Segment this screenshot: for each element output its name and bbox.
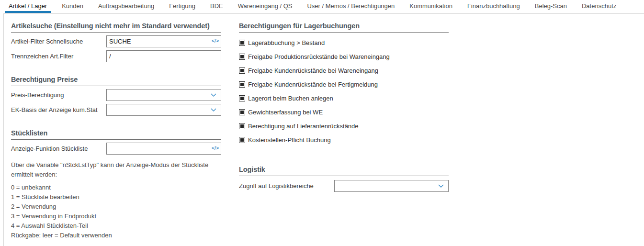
checkbox-row-freigabe-kundenrueckstaende-fertigmeldung[interactable]: Freigabe Kundenrückstände bei Fertigmeld…	[239, 80, 449, 88]
checkbox-filled-icon[interactable]	[239, 137, 245, 143]
checkbox-row-berechtigung-lieferantenrueckstaende[interactable]: Berechtigung auf Lieferantenrückstände	[239, 122, 449, 130]
settings-panel: Artikelsuche (Einstellung nicht mehr im …	[3, 13, 644, 246]
field-preis-berechtigung: Preis-Berechtigung	[11, 89, 221, 101]
section-title-stuecklisten: Stücklisten	[11, 129, 221, 140]
checkbox-filled-icon[interactable]	[239, 95, 245, 101]
field-label: Trennzeichen Art.Filter	[11, 53, 106, 60]
checkbox-row-freigabe-kundenrueckstaende-we[interactable]: Freigabe Kundenrückstände bei Wareneinga…	[239, 67, 449, 74]
checkbox-label: Freigabe Kundenrückstände bei Fertigmeld…	[248, 81, 378, 88]
checkbox-label: Freigabe Produktionsrückstände bei Waren…	[248, 53, 390, 60]
checkbox-row-lagerabbuchung[interactable]: Lagerabbuchung > Bestand	[239, 39, 449, 46]
field-anzeige-funktion: Anzeige-Funktion Stückliste </>	[11, 143, 221, 155]
field-zugriff-logistikbereiche: Zugriff auf Logistikbereiche	[239, 180, 449, 192]
checkbox-label: Freigabe Kundenrückstände bei Wareneinga…	[248, 67, 378, 74]
tab-bde[interactable]: BDE	[206, 0, 227, 13]
tab-artikel-lager[interactable]: Artikel / Lager	[5, 0, 51, 13]
section-title-artikelsuche: Artikelsuche (Einstellung nicht mehr im …	[11, 22, 221, 33]
field-trennzeichen: Trennzeichen Art.Filter	[11, 50, 221, 62]
chevron-down-icon	[438, 184, 444, 188]
checkbox-label: Kostenstellen-Pflicht Buchung	[248, 136, 331, 144]
right-column: Berechtigungen für Lagerbuchungen Lagera…	[239, 14, 449, 192]
checkbox-filled-icon[interactable]	[239, 67, 245, 74]
checkbox-filled-icon[interactable]	[239, 54, 245, 60]
ek-basis-select[interactable]	[106, 104, 221, 116]
anzeige-funktion-input[interactable]	[106, 143, 221, 155]
left-column: Artikelsuche (Einstellung nicht mehr im …	[11, 14, 221, 240]
chevron-down-icon	[211, 93, 216, 97]
field-label: Zugriff auf Logistikbereiche	[239, 182, 334, 190]
checkbox-label: Gewichtserfassung bei WE	[248, 109, 323, 116]
tab-auftragsbearbeitung[interactable]: Auftragsbearbeitung	[94, 0, 158, 13]
trennzeichen-input[interactable]	[106, 50, 221, 62]
checkbox-label: Berechtigung auf Lieferantenrückstände	[248, 123, 359, 130]
checkbox-filled-icon[interactable]	[239, 109, 245, 115]
schnellsuche-input[interactable]	[106, 35, 221, 47]
field-ek-basis: EK-Basis der Anzeige kum.Stat	[11, 104, 221, 116]
tab-wareneingang-qs[interactable]: Wareneingang / QS	[234, 0, 296, 13]
field-label: Preis-Berechtigung	[11, 91, 106, 99]
chevron-down-icon	[211, 108, 216, 112]
list-item: 2 = Verwendung	[11, 202, 221, 212]
field-label: EK-Basis der Anzeige kum.Stat	[11, 106, 106, 113]
checkbox-row-freigabe-produktionsrueckstaende[interactable]: Freigabe Produktionsrückstände bei Waren…	[239, 53, 449, 60]
checkbox-filled-icon[interactable]	[239, 123, 245, 129]
list-item: 3 = Verwendung in Endprodukt	[11, 212, 221, 221]
checkbox-label: Lagerabbuchung > Bestand	[248, 39, 325, 46]
field-label: Anzeige-Funktion Stückliste	[11, 145, 106, 152]
stueckliste-note: Über die Variable "nStckLstTyp" kann der…	[11, 160, 221, 179]
tab-kunden[interactable]: Kunden	[58, 0, 87, 13]
tab-bar: Artikel / Lager Kunden Auftragsbearbeitu…	[0, 0, 644, 13]
checkbox-row-lagerort-anlegen[interactable]: Lagerort beim Buchen anlegen	[239, 94, 449, 102]
section-title-lagerbuchungen: Berechtigungen für Lagerbuchungen	[239, 22, 449, 33]
list-item: 0 = unbekannt	[11, 183, 221, 192]
section-title-berechtigung-preise: Berechtigung Preise	[11, 76, 221, 86]
checkbox-row-kostenstellen-pflicht[interactable]: Kostenstellen-Pflicht Buchung	[239, 136, 449, 144]
checkbox-row-gewichtserfassung[interactable]: Gewichtserfassung bei WE	[239, 108, 449, 116]
tab-fertigung[interactable]: Fertigung	[165, 0, 199, 13]
list-item: 1 = Stückliste bearbeiten	[11, 192, 221, 202]
tab-datenschutz[interactable]: Datenschutz	[578, 0, 620, 13]
tab-user-memos-berechtigungen[interactable]: User / Memos / Berechtigungen	[303, 0, 398, 13]
tab-beleg-scan[interactable]: Beleg-Scan	[531, 0, 571, 13]
field-artikel-filter-schnellsuche: Artikel-Filter Schnellsuche </>	[11, 35, 221, 47]
list-item: Rückgabe: leer = Default verwenden	[11, 231, 221, 240]
field-label: Artikel-Filter Schnellsuche	[11, 38, 106, 45]
checkbox-filled-icon[interactable]	[239, 40, 245, 46]
list-item: 4 = Auswahl Stücklisten-Teil	[11, 221, 221, 231]
code-icon[interactable]: </>	[212, 38, 219, 44]
logistikbereiche-select[interactable]	[334, 180, 449, 192]
tab-finanzbuchhaltung[interactable]: Finanzbuchhaltung	[463, 0, 524, 13]
checkbox-filled-icon[interactable]	[239, 81, 245, 88]
checkbox-label: Lagerort beim Buchen anlegen	[248, 95, 333, 102]
preis-berechtigung-select[interactable]	[106, 89, 221, 101]
section-title-logistik: Logistik	[239, 166, 449, 176]
tab-kommunikation[interactable]: Kommunikation	[406, 0, 456, 13]
stueckliste-type-list: 0 = unbekannt 1 = Stückliste bearbeiten …	[11, 183, 221, 240]
code-icon[interactable]: </>	[212, 145, 219, 151]
